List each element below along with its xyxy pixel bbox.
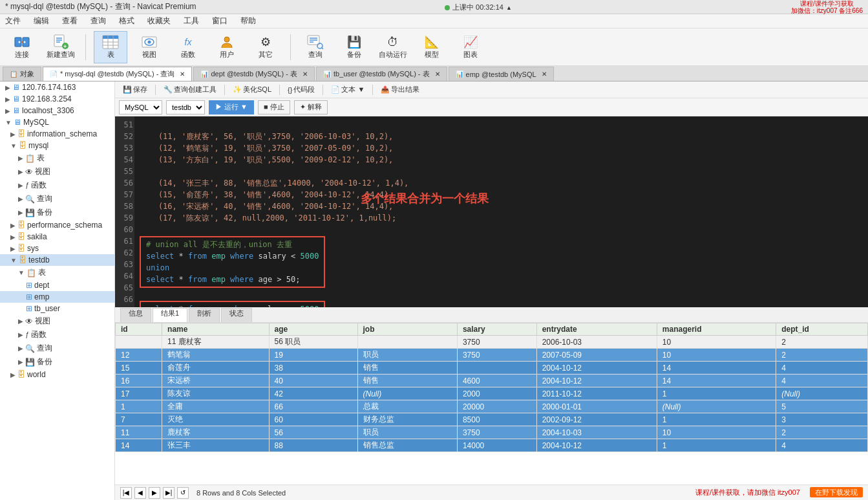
code-content[interactable]: (11, '鹿杖客', 56, '职员',3750, '2006-10-03',… — [134, 116, 868, 307]
toolbar-connect[interactable]: 连接 — [5, 31, 39, 63]
toolbar-autorun[interactable]: ⏱ 自动运行 — [376, 31, 410, 63]
sidebar-server2[interactable]: ▶ 🖥 192.168.3.254 — [0, 93, 114, 105]
beautify-btn[interactable]: ✨ 美化SQL — [229, 83, 275, 96]
tab-dept-close-icon[interactable]: ✕ — [302, 71, 308, 78]
menu-edit[interactable]: 编辑 — [31, 14, 52, 28]
menu-window[interactable]: 窗口 — [209, 14, 230, 28]
toolbar-new-query[interactable]: + 新建查询 — [44, 31, 78, 63]
table-cell: 4 — [776, 439, 868, 452]
explain-button[interactable]: ✦ 解释 — [294, 100, 328, 114]
engine-select[interactable]: MySQL — [119, 100, 162, 114]
sidebar-mysql-views[interactable]: ▶ 👁 视图 — [0, 165, 114, 179]
tab-tbuser-close-icon[interactable]: ✕ — [435, 71, 440, 78]
table-row[interactable]: 12鹤笔翁19职员37502007-05-09102 — [116, 349, 868, 362]
table-row[interactable]: 14张三丰88销售总监140002004-10-1214 — [116, 439, 868, 452]
results-tab-status[interactable]: 状态 — [221, 308, 252, 322]
sidebar-perfschema[interactable]: ▶ 🗄 performance_schema — [0, 219, 114, 231]
nav-first-btn[interactable]: |◀ — [120, 487, 132, 499]
save-btn[interactable]: 💾 保存 — [119, 83, 151, 96]
nav-prev-btn[interactable]: ◀ — [134, 487, 146, 499]
tab-tbuser[interactable]: 📊 tb_user @testdb (MySQL) - 表 ✕ — [316, 67, 447, 81]
sidebar-mysql-backup[interactable]: ▶ 💾 备份 — [0, 206, 114, 219]
query-engine-row: MySQL testdb ▶ 运行 ▼ ■ 停止 ✦ 解释 — [115, 98, 868, 116]
results-table-container[interactable]: id name age job salary entrydate manager… — [115, 323, 868, 484]
menu-view[interactable]: 查看 — [59, 14, 80, 28]
sidebar-mysqldb[interactable]: ▼ 🗄 mysql — [0, 140, 114, 151]
sidebar-sys[interactable]: ▶ 🗄 sys — [0, 243, 114, 254]
stop-button[interactable]: ■ 停止 — [258, 100, 290, 114]
toolbar-model[interactable]: 📐 模型 — [415, 31, 449, 63]
sidebar-testdb-funcs[interactable]: ▶ ƒ 函数 — [0, 328, 114, 342]
sidebar: ▶ 🖥 120.76.174.163 ▶ 🖥 192.168.3.254 ▶ 🖥… — [0, 82, 115, 500]
nav-refresh-btn[interactable]: ↺ — [177, 487, 189, 499]
menu-help[interactable]: 帮助 — [238, 14, 259, 28]
table-row[interactable]: 1全庸66总裁200002000-01-01(Null)5 — [116, 400, 868, 413]
table-cell: 66 — [269, 400, 357, 413]
tab-emp[interactable]: 📊 emp @testdb (MySQL ✕ — [449, 67, 554, 81]
export-btn[interactable]: 📤 导出结果 — [377, 83, 423, 96]
sidebar-mysql[interactable]: ▼ 🖥 MySQL — [0, 116, 114, 128]
tab-object[interactable]: 📋 对象 — [3, 67, 41, 81]
menu-format[interactable]: 格式 — [116, 14, 137, 28]
sidebar-mysql-funcs[interactable]: ▶ ƒ 函数 — [0, 179, 114, 192]
results-tab-profile[interactable]: 剖析 — [189, 308, 220, 322]
nav-last-btn[interactable]: ▶| — [163, 487, 175, 499]
run-button[interactable]: ▶ 运行 ▼ — [209, 100, 254, 114]
table-row[interactable]: 11 鹿杖客56 职员37502006-10-03102 — [116, 336, 868, 349]
table-row[interactable]: 7灭绝60财务总监85002002-09-1213 — [116, 413, 868, 426]
sidebar-infoschema[interactable]: ▶ 🗄 information_schema — [0, 128, 114, 140]
query-builder-btn[interactable]: 🔧 查询创建工具 — [160, 83, 220, 96]
expand-icon[interactable]: ▲ — [506, 5, 512, 11]
sidebar-sakila[interactable]: ▶ 🗄 sakila — [0, 231, 114, 243]
table-row[interactable]: 11鹿杖客56职员37502004-10-03102 — [116, 426, 868, 439]
toolbar-query[interactable]: 查询 — [299, 31, 332, 63]
download-btn[interactable]: 在野下载发现 — [810, 487, 863, 497]
menu-query[interactable]: 查询 — [88, 14, 109, 28]
nav-next-btn[interactable]: ▶ — [149, 487, 160, 499]
table-row[interactable]: 16宋远桥40销售46002004-10-12144 — [116, 375, 868, 387]
toolbar-table[interactable]: 表 — [94, 31, 127, 63]
table-cell: (Null) — [357, 387, 457, 400]
sidebar-testdb[interactable]: ▼ 🗄 testdb — [0, 254, 114, 266]
table-cell: 2000 — [457, 387, 536, 400]
sidebar-world[interactable]: ▶ 🗄 world — [0, 369, 114, 380]
sidebar-server1[interactable]: ▶ 🖥 120.76.174.163 — [0, 82, 114, 93]
text-btn[interactable]: 📄 文本 ▼ — [327, 83, 368, 96]
toolbar-other[interactable]: ⚙ 其它 — [249, 31, 282, 63]
infoschema-icon: 🗄 — [17, 129, 25, 138]
snippet-btn[interactable]: {} 代码段 — [284, 83, 319, 96]
code-editor[interactable]: 51525354 55565758 59606162 63646566 6768… — [115, 116, 868, 307]
sidebar-mysql-queries[interactable]: ▶ 🔍 查询 — [0, 192, 114, 206]
query-toolbar: 💾 保存 🔧 查询创建工具 ✨ 美化SQL {} 代码段 📄 文本 ▼ — [115, 82, 868, 98]
results-tab-info[interactable]: 信息 — [120, 308, 151, 322]
sidebar-mysql-tables[interactable]: ▶ 📋 表 — [0, 151, 114, 165]
toolbar-user[interactable]: 用户 — [210, 31, 244, 63]
testdb-label: testdb — [28, 255, 50, 265]
tab-query[interactable]: 📄 * mysql-dql @testdb (MySQL) - 查询 ✕ — [43, 67, 192, 81]
tab-dept[interactable]: 📊 dept @testdb (MySQL) - 表 ✕ — [193, 67, 314, 81]
sidebar-server3[interactable]: ▶ 🖥 localhost_3306 — [0, 105, 114, 116]
testdb-funcs-icon: ƒ — [25, 331, 29, 338]
toolbar-chart[interactable]: 📈 图表 — [454, 31, 487, 63]
table-row[interactable]: 17陈友谅42(Null)20002011-10-121(Null) — [116, 387, 868, 400]
autorun-icon: ⏱ — [384, 34, 402, 50]
sidebar-tbuser[interactable]: ⊞ tb_user — [0, 303, 114, 314]
toolbar-view[interactable]: 视图 — [132, 31, 166, 63]
tab-close-icon[interactable]: ✕ — [180, 71, 185, 78]
sidebar-emp[interactable]: ⊞ emp — [0, 291, 114, 303]
toolbar-func[interactable]: fx 函数 — [171, 31, 205, 63]
sidebar-testdb-backup[interactable]: ▶ 💾 备份 — [0, 355, 114, 369]
menu-favorites[interactable]: 收藏夹 — [145, 14, 173, 28]
sidebar-testdb-tables[interactable]: ▼ 📋 表 — [0, 266, 114, 279]
sidebar-testdb-views[interactable]: ▶ 👁 视图 — [0, 314, 114, 328]
toolbar-backup[interactable]: 💾 备份 — [337, 31, 371, 63]
results-tab-result1[interactable]: 结果1 — [153, 308, 187, 322]
sidebar-dept[interactable]: ⊞ dept — [0, 279, 114, 291]
menu-file[interactable]: 文件 — [3, 14, 23, 28]
database-select[interactable]: testdb — [166, 100, 205, 114]
testdb-tables-icon: 📋 — [26, 268, 36, 277]
menu-tools[interactable]: 工具 — [181, 14, 202, 28]
sidebar-testdb-queries[interactable]: ▶ 🔍 查询 — [0, 342, 114, 355]
tab-emp-close-icon[interactable]: ✕ — [542, 71, 547, 78]
table-row[interactable]: 15俞莲舟38销售2004-10-12144 — [116, 362, 868, 375]
